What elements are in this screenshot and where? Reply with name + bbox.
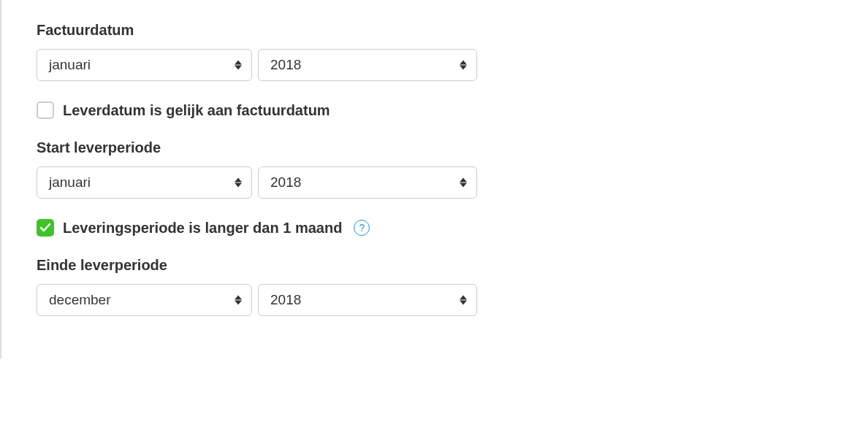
einde-leverperiode-label: Einde leverperiode — [37, 257, 833, 274]
leverdatum-checkbox-label[interactable]: Leverdatum is gelijk aan factuurdatum — [63, 102, 330, 119]
factuurdatum-label: Factuurdatum — [37, 22, 833, 39]
factuurdatum-year-wrap: 2018 — [258, 49, 477, 81]
start-leverperiode-month-wrap: januari — [37, 166, 252, 199]
factuurdatum-year-select[interactable]: 2018 — [258, 49, 477, 81]
einde-leverperiode-year-select[interactable]: 2018 — [258, 284, 477, 316]
factuurdatum-month-select[interactable]: januari — [37, 49, 252, 81]
einde-leverperiode-month-select[interactable]: december — [37, 284, 252, 316]
leverdatum-checkbox[interactable] — [37, 101, 54, 119]
einde-leverperiode-selects: december 2018 — [37, 284, 833, 316]
leveringsperiode-checkbox-row: Leveringsperiode is langer dan 1 maand ? — [37, 219, 833, 237]
einde-leverperiode-month-wrap: december — [37, 284, 252, 316]
start-leverperiode-year-select[interactable]: 2018 — [258, 166, 477, 199]
einde-leverperiode-group: Einde leverperiode december 2018 — [37, 257, 833, 316]
leveringsperiode-checkbox[interactable] — [37, 219, 54, 237]
start-leverperiode-label: Start leverperiode — [37, 139, 833, 156]
factuurdatum-month-wrap: januari — [37, 49, 252, 81]
leveringsperiode-checkbox-label[interactable]: Leveringsperiode is langer dan 1 maand — [63, 220, 342, 237]
factuurdatum-group: Factuurdatum januari 2018 — [37, 22, 833, 81]
factuurdatum-selects: januari 2018 — [37, 49, 833, 81]
start-leverperiode-selects: januari 2018 — [37, 166, 833, 199]
start-leverperiode-year-wrap: 2018 — [258, 166, 477, 199]
help-icon[interactable]: ? — [354, 220, 370, 236]
start-leverperiode-group: Start leverperiode januari 2018 — [37, 139, 833, 199]
check-icon — [39, 222, 51, 234]
leverdatum-checkbox-row: Leverdatum is gelijk aan factuurdatum — [37, 101, 833, 119]
einde-leverperiode-year-wrap: 2018 — [258, 284, 477, 316]
start-leverperiode-month-select[interactable]: januari — [37, 166, 252, 199]
